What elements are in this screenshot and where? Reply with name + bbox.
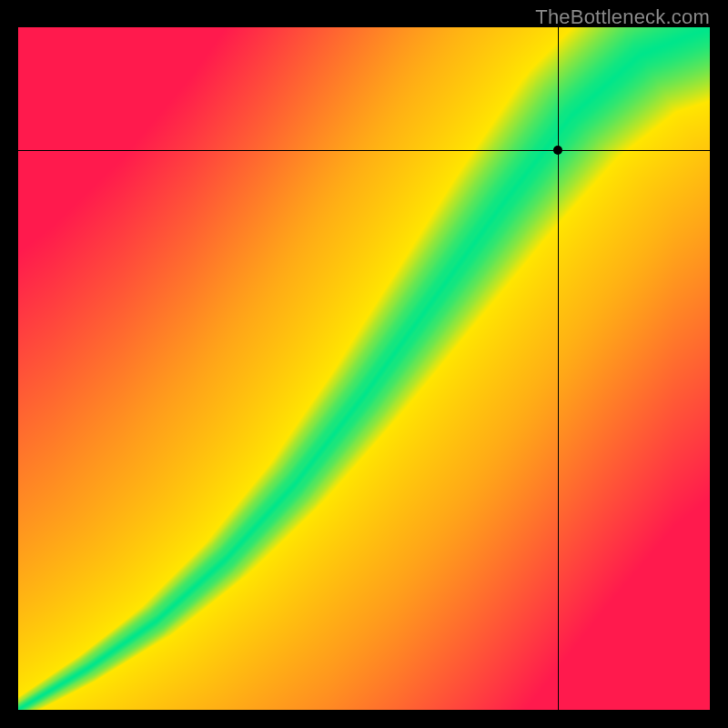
heatmap-plot — [18, 27, 710, 710]
heatmap-canvas — [18, 27, 710, 710]
chart-container: TheBottleneck.com — [0, 0, 728, 728]
crosshair-horizontal — [18, 150, 710, 151]
crosshair-marker — [553, 146, 562, 155]
watermark-text: TheBottleneck.com — [535, 5, 710, 29]
crosshair-vertical — [558, 27, 559, 710]
